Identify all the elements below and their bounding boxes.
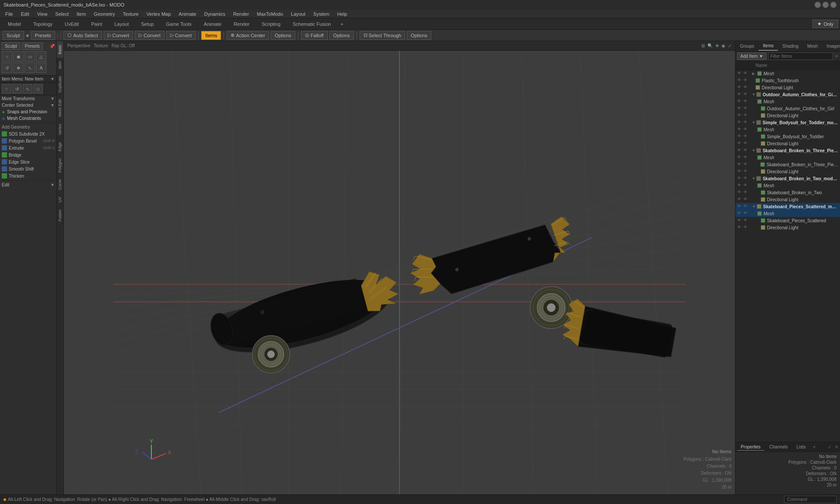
vp-icon-5[interactable]: ⤢ <box>728 43 732 48</box>
select-through-button[interactable]: ⊡ Select Through <box>360 31 405 40</box>
vtab-duplicate[interactable]: Duplicate <box>57 73 63 96</box>
items-button[interactable]: Items <box>201 31 221 40</box>
transform-move-icon[interactable]: ↑ <box>2 84 11 94</box>
tool-circle[interactable]: ○ <box>2 51 12 62</box>
list-item[interactable]: 👁 👁 ▶ Mesh <box>735 70 840 77</box>
btab-properties[interactable]: Properties <box>737 444 764 451</box>
list-item[interactable]: 👁 👁 Directional Light <box>735 168 840 175</box>
list-item[interactable]: 👁 👁 Directional Light <box>735 112 840 119</box>
rpanel-tab-mesh[interactable]: Mesh <box>803 42 822 50</box>
close-button[interactable]: ✕ <box>830 2 836 8</box>
list-item[interactable]: 👁 👁 Skateboard_Broken_in_Three_Pieces <box>735 161 840 168</box>
list-item[interactable]: 👁 👁 Plastic_Toothbrush <box>735 77 840 84</box>
list-item[interactable]: 👁 👁 Directional Light <box>735 140 840 147</box>
tab-gametools[interactable]: Game Tools <box>160 18 198 29</box>
menu-maxtomodo[interactable]: MaxToModo <box>253 10 287 18</box>
list-item[interactable]: 👁 👁 Directional Light <box>735 196 840 203</box>
tab-animate[interactable]: Animate <box>198 18 228 29</box>
vtab-polygon[interactable]: Polygon <box>57 155 63 176</box>
tool-bridge[interactable]: Bridge <box>0 151 56 158</box>
center-selected-row[interactable]: Center Selected ▼ <box>0 102 56 108</box>
tab-layout[interactable]: Layout <box>108 18 135 29</box>
minimize-button[interactable]: ─ <box>815 2 821 8</box>
falloff-button[interactable]: ◎ Falloff <box>301 31 328 40</box>
tool-thicken[interactable]: Thicken <box>0 172 56 179</box>
sculpt-tab-button[interactable]: Sculpt <box>2 42 20 50</box>
list-item[interactable]: 👁 👁 ▼ Skateboard_Broken_in_Three_Pieces_… <box>735 147 840 154</box>
filter-items-input[interactable] <box>768 52 833 60</box>
item-menu-row[interactable]: Item Menu: New Item ▼ <box>0 76 56 83</box>
tool-cone[interactable]: △ <box>36 51 46 62</box>
menu-file[interactable]: File <box>2 10 17 18</box>
vtab-basic[interactable]: Basic <box>57 41 63 58</box>
edit-row[interactable]: Edit ▼ <box>0 182 56 188</box>
menu-select[interactable]: Select <box>52 10 72 18</box>
tab-render[interactable]: Render <box>228 18 256 29</box>
options-button-3[interactable]: Options <box>407 31 431 40</box>
menu-animate[interactable]: Animate <box>175 10 200 18</box>
rpanel-tab-shading[interactable]: Shading <box>778 42 803 50</box>
tool-text[interactable]: A <box>36 63 46 73</box>
auto-select-button[interactable]: ⬡ Auto Select <box>63 31 102 40</box>
tool-smooth-shift[interactable]: Smooth Shift <box>0 165 56 172</box>
convert-button-2[interactable]: ▷ Convert <box>135 31 164 40</box>
command-input-area[interactable] <box>784 496 836 503</box>
menu-system[interactable]: System <box>310 10 333 18</box>
tab-add-button[interactable]: + <box>337 21 346 28</box>
tab-model[interactable]: Model <box>2 18 27 29</box>
list-item[interactable]: 👁 👁 Outdoor_Autumn_Clothes_for_Girl <box>735 105 840 112</box>
list-item[interactable]: 👁 👁 Directional Light <box>735 224 840 231</box>
tool-rotate[interactable]: ↺ <box>2 63 12 73</box>
convert-button-1[interactable]: ▷ Convert <box>104 31 133 40</box>
btab-channels[interactable]: Channels <box>766 444 791 450</box>
vp-icon-3[interactable]: ✥ <box>715 43 719 48</box>
rpanel-tab-images[interactable]: Images <box>822 42 840 50</box>
viewport-canvas[interactable]: X Y Z No Items Polygons : Catmull-Clark … <box>64 51 735 494</box>
tab-scripting[interactable]: Scripting <box>256 18 287 29</box>
vp-icon-1[interactable]: ⊞ <box>701 43 705 48</box>
list-item[interactable]: 👁 👁 ▼ Simple_Bodysuit_for_Toddler_modo_b… <box>735 119 840 126</box>
menu-render[interactable]: Render <box>230 10 252 18</box>
transform-scale-icon[interactable]: ⤡ <box>23 84 32 94</box>
list-item[interactable]: 👁 👁 ▼ Skateboard_Broken_in_Two_modo_base… <box>735 175 840 182</box>
items-list[interactable]: 👁 👁 ▶ Mesh 👁 👁 Plastic_Toothbrush 👁 👁 <box>735 70 840 442</box>
tool-move[interactable]: ✥ <box>13 63 24 73</box>
vp-icon-2[interactable]: 🔍 <box>707 43 713 48</box>
vtab-curve[interactable]: Curve <box>57 176 63 193</box>
presets-button[interactable]: Presets <box>31 31 55 40</box>
menu-edit[interactable]: Edit <box>18 10 33 18</box>
tab-setup[interactable]: Setup <box>135 18 160 29</box>
presets-tab-button[interactable]: Presets <box>22 42 43 50</box>
list-item[interactable]: 👁 👁 ▼ Outdoor_Autumn_Clothes_for_Girl_mo… <box>735 91 840 98</box>
btab-lists[interactable]: Lists <box>793 444 809 450</box>
action-center-button[interactable]: ⊕ Action Center <box>227 31 269 40</box>
vp-icon-4[interactable]: ◉ <box>721 43 725 48</box>
tool-polygon-bevel[interactable]: Polygon Bevel Shift-B <box>0 137 56 144</box>
list-item[interactable]: 👁 👁 Skateboard_Pieces_Scattered <box>735 217 840 224</box>
list-item[interactable]: 👁 👁 Mesh <box>735 126 840 133</box>
rpanel-tab-items[interactable]: Items <box>759 42 778 51</box>
menu-geometry[interactable]: Geometry <box>90 10 118 18</box>
btab-close-icon[interactable]: ✕ <box>835 444 838 449</box>
tool-cylinder[interactable]: ▭ <box>24 51 35 62</box>
options-button-2[interactable]: Options <box>329 31 354 40</box>
restore-button[interactable]: □ <box>822 2 829 8</box>
tool-sphere[interactable]: ◉ <box>13 51 24 62</box>
vtab-mesh-edit[interactable]: Mesh Edit <box>57 96 63 120</box>
tool-edge-slice[interactable]: Edge Slice <box>0 158 56 165</box>
transform-rotate-icon[interactable]: ↺ <box>12 84 22 94</box>
tool-scale[interactable]: ⤡ <box>24 63 35 73</box>
tab-paint[interactable]: Paint <box>85 18 108 29</box>
menu-help[interactable]: Help <box>334 10 351 18</box>
convert-button-3[interactable]: ▷ Convert <box>166 31 196 40</box>
sculpt-button[interactable]: Sculpt <box>3 31 24 40</box>
btab-expand-icon[interactable]: ⤢ <box>828 444 831 449</box>
command-input[interactable] <box>784 496 836 503</box>
transform-extra1-icon[interactable]: □ <box>33 84 43 94</box>
list-item[interactable]: 👁 👁 Mesh <box>735 210 840 217</box>
menu-dynamics[interactable]: Dynamics <box>201 10 229 18</box>
tool-extrude[interactable]: Extrude Shift-X <box>0 144 56 151</box>
options-button-1[interactable]: Options <box>271 31 295 40</box>
menu-layout[interactable]: Layout <box>287 10 309 18</box>
rpanel-tab-groups[interactable]: Groups <box>735 42 759 50</box>
